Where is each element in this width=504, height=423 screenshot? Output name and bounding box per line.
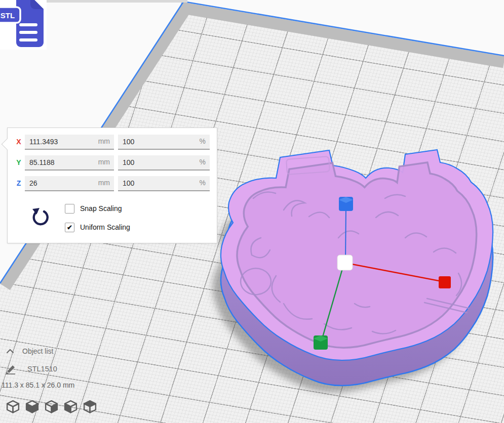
scale-row-z: Z mm % [8, 176, 217, 191]
reset-arrow-icon [31, 207, 49, 228]
z-percent-unit: % [200, 179, 206, 187]
y-percent-input[interactable] [118, 155, 210, 170]
snap-scaling-label[interactable]: Snap Scaling [80, 204, 122, 213]
view-3d-button[interactable] [6, 399, 20, 414]
view-top-button[interactable] [44, 399, 59, 414]
window-top-strip [45, 0, 187, 3]
object-list-item[interactable]: STL1510 [27, 365, 57, 373]
axis-y-label: Y [15, 158, 22, 166]
view-preset-toolbar [6, 399, 97, 414]
viewport: STL X mm % Y mm % Z mm % [0, 0, 504, 423]
z-size-unit: mm [98, 179, 110, 187]
scale-row-x: X mm % [8, 135, 217, 150]
model-dimensions-label: 111.3 x 85.1 x 26.0 mm [2, 381, 74, 389]
view-front-icon [25, 399, 40, 414]
object-list-header[interactable]: Object list [22, 347, 53, 355]
snap-scaling-checkmark[interactable] [65, 204, 74, 214]
view-right-button[interactable] [83, 399, 97, 414]
pencil-icon [5, 363, 17, 374]
y-size-unit: mm [98, 158, 110, 166]
axis-x-label: X [15, 138, 22, 146]
uniform-scaling-checkbox[interactable]: ✔ Uniform Scaling [65, 223, 130, 232]
snap-scaling-checkbox[interactable]: Snap Scaling [65, 204, 122, 213]
scale-row-y: Y mm % [8, 155, 217, 171]
view-left-icon [63, 399, 78, 414]
gizmo-z-line [345, 204, 346, 262]
view-front-button[interactable] [25, 399, 40, 414]
stl-document-icon: STL [0, 0, 47, 50]
y-percent-unit: % [200, 158, 206, 166]
view-top-icon [44, 399, 59, 414]
view-left-button[interactable] [63, 399, 78, 414]
gizmo-center-handle[interactable] [337, 255, 353, 270]
uniform-scaling-checkmark[interactable]: ✔ [65, 223, 74, 232]
view-3d-icon [6, 399, 20, 414]
scale-tool-panel: X mm % Y mm % Z mm % [7, 128, 217, 243]
x-percent-unit: % [200, 137, 206, 145]
uniform-scaling-label[interactable]: Uniform Scaling [80, 223, 130, 231]
stl-file-icon: STL [0, 0, 47, 50]
reset-scale-button[interactable] [31, 207, 49, 228]
x-size-unit: mm [98, 137, 110, 145]
x-percent-input[interactable] [118, 135, 210, 149]
z-percent-input[interactable] [118, 176, 210, 190]
chevron-up-icon[interactable] [6, 349, 14, 354]
gizmo-x-handle[interactable] [439, 276, 451, 288]
axis-z-label: Z [15, 179, 22, 187]
view-right-icon [83, 399, 97, 414]
stl-badge-label: STL [1, 11, 15, 20]
